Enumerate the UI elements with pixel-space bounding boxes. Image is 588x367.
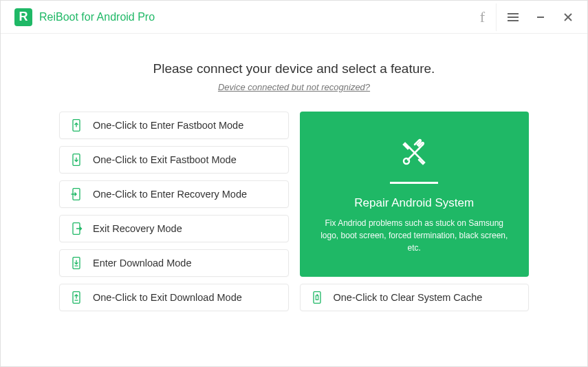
close-icon	[563, 12, 573, 22]
close-button[interactable]	[554, 3, 582, 31]
right-column: Repair Android System Fix Andriod proble…	[300, 112, 530, 311]
app-window: R ReiBoot for Android Pro f	[0, 0, 588, 367]
svg-rect-13	[314, 292, 320, 304]
tools-icon	[395, 135, 433, 172]
enter-recovery-button[interactable]: One-Click to Enter Recovery Mode	[59, 180, 289, 208]
phone-download-icon	[69, 256, 83, 270]
facebook-button[interactable]: f	[469, 3, 497, 31]
minimize-icon	[536, 12, 545, 22]
menu-icon	[507, 12, 519, 22]
phone-upload-icon	[69, 291, 83, 304]
phone-arrow-in-icon	[69, 187, 83, 201]
option-label: One-Click to Enter Fastboot Mode	[93, 120, 243, 131]
enter-download-button[interactable]: Enter Download Mode	[59, 249, 289, 277]
repair-system-card[interactable]: Repair Android System Fix Andriod proble…	[300, 112, 530, 277]
option-label: One-Click to Exit Download Mode	[93, 292, 242, 303]
left-column: One-Click to Enter Fastboot Mode One-Cli…	[59, 112, 289, 311]
divider	[390, 182, 438, 184]
phone-arrow-up-icon	[69, 118, 83, 132]
enter-fastboot-button[interactable]: One-Click to Enter Fastboot Mode	[59, 112, 289, 139]
option-label: Exit Recovery Mode	[93, 223, 182, 234]
main-content: Please connect your device and select a …	[1, 34, 587, 366]
option-label: Enter Download Mode	[93, 258, 191, 269]
minimize-button[interactable]	[527, 3, 554, 31]
phone-arrow-out-icon	[69, 222, 83, 235]
repair-title: Repair Android System	[354, 196, 474, 210]
phone-trash-icon	[310, 291, 324, 304]
app-title: ReiBoot for Android Pro	[39, 11, 469, 23]
exit-recovery-button[interactable]: Exit Recovery Mode	[59, 215, 289, 242]
clear-cache-button[interactable]: One-Click to Clear System Cache	[300, 284, 530, 311]
page-heading: Please connect your device and select a …	[153, 61, 435, 76]
titlebar: R ReiBoot for Android Pro f	[1, 1, 587, 34]
option-label: One-Click to Exit Fastboot Mode	[93, 154, 237, 165]
exit-download-button[interactable]: One-Click to Exit Download Mode	[59, 284, 289, 311]
option-label: One-Click to Enter Recovery Mode	[93, 189, 247, 200]
svg-point-12	[404, 158, 409, 164]
menu-button[interactable]	[499, 3, 527, 31]
feature-grid: One-Click to Enter Fastboot Mode One-Cli…	[59, 112, 529, 311]
not-recognized-link[interactable]: Device connected but not recognized?	[218, 82, 370, 92]
titlebar-controls: f	[469, 3, 582, 31]
repair-description: Fix Andriod problems such as stuck on Sa…	[320, 217, 509, 254]
app-logo-icon: R	[14, 8, 32, 26]
option-label: One-Click to Clear System Cache	[334, 292, 483, 303]
exit-fastboot-button[interactable]: One-Click to Exit Fastboot Mode	[59, 146, 289, 174]
phone-arrow-down-icon	[69, 153, 83, 167]
